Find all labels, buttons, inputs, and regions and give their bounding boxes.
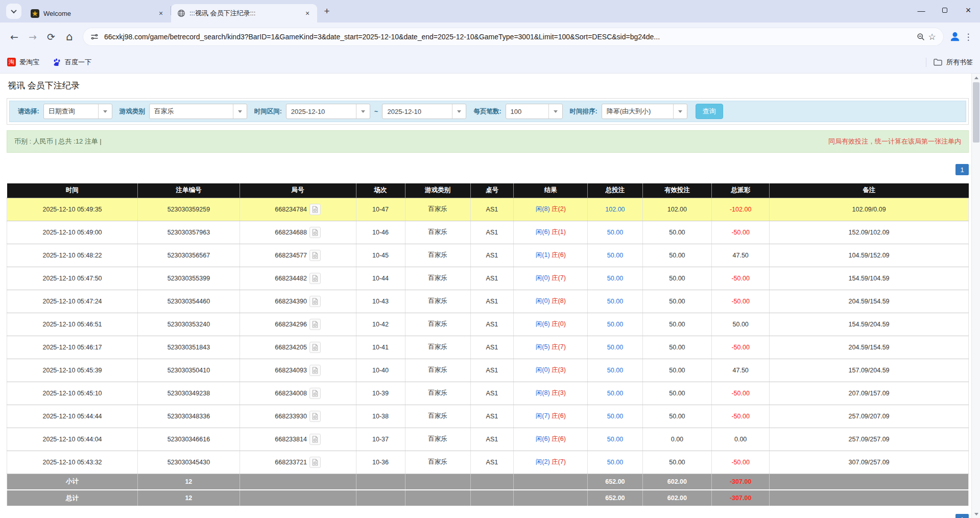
- cell-round_id: 668233814: [240, 428, 356, 451]
- table-row: 2025-12-10 05:46:17523030351843668234205…: [7, 336, 969, 359]
- currency-summary: 币别 : 人民币 | 总共 :12 注单 |: [14, 137, 102, 146]
- cell-valid_bet: 0.00: [642, 428, 712, 451]
- close-window-button[interactable]: ×: [957, 0, 980, 20]
- replay-icon[interactable]: [309, 227, 321, 238]
- page-title: 视讯 会员下注纪录: [8, 80, 969, 91]
- replay-icon[interactable]: [309, 365, 321, 376]
- replay-icon[interactable]: [309, 457, 321, 468]
- bookmark-star-icon[interactable]: ☆: [926, 31, 938, 42]
- replay-icon[interactable]: [309, 296, 321, 307]
- home-button[interactable]: ⌂: [60, 28, 79, 46]
- replay-icon[interactable]: [309, 342, 321, 353]
- bet-table: 时间注单编号局号场次游戏类别桌号结果总投注有效投注总派彩备注 2025-12-1…: [7, 183, 969, 507]
- footer-cell-valid_bet: 602.00: [642, 490, 712, 506]
- back-button[interactable]: ←: [5, 28, 23, 46]
- result-player: 闲(8): [536, 205, 550, 213]
- url-text[interactable]: 66cxkj98.com/game/betrecord_search/kind3…: [104, 33, 911, 41]
- close-icon[interactable]: ×: [156, 9, 165, 18]
- folder-icon: [934, 58, 942, 66]
- site-info-icon[interactable]: [89, 31, 100, 42]
- cell-game: 百家乐: [405, 267, 470, 290]
- query-type-dropdown[interactable]: 日期查询: [43, 104, 112, 119]
- footer-cell-session: [356, 474, 405, 490]
- cell-time: 2025-12-10 05:49:00: [7, 221, 138, 244]
- replay-icon[interactable]: [309, 204, 321, 215]
- col-header-total_bet: 总投注: [588, 183, 642, 198]
- cell-remark: 157.09/204.59: [770, 359, 969, 382]
- bookmark-baidu[interactable]: 百度一下: [53, 58, 91, 67]
- cell-round_id: 668233721: [240, 451, 356, 474]
- forward-button[interactable]: →: [23, 28, 42, 46]
- scroll-up-icon[interactable]: [972, 74, 980, 82]
- page-scrollbar[interactable]: [971, 74, 980, 518]
- profile-avatar[interactable]: [948, 30, 962, 44]
- cell-result: 闲(5) 庄(7): [514, 336, 588, 359]
- game-type-dropdown[interactable]: 百家乐: [149, 104, 247, 119]
- result-player: 闲(8): [536, 389, 550, 396]
- new-tab-button[interactable]: +: [319, 4, 334, 19]
- cell-result: 闲(0) 庄(3): [514, 359, 588, 382]
- menu-kebab-icon[interactable]: ⋮: [962, 29, 975, 44]
- round-id: 668233814: [275, 436, 307, 443]
- page-size-dropdown[interactable]: 100: [506, 104, 563, 119]
- cell-payout: -50.00: [712, 267, 770, 290]
- replay-icon[interactable]: [309, 273, 321, 284]
- table-row: 2025-12-10 05:44:44523030348336668233930…: [7, 405, 969, 428]
- dropdown-arrow-icon[interactable]: [356, 104, 370, 119]
- cell-result: 闲(1) 庄(6): [514, 244, 588, 267]
- cell-valid_bet: 50.00: [642, 313, 712, 336]
- dropdown-arrow-icon[interactable]: [548, 104, 562, 119]
- dropdown-arrow-icon[interactable]: [452, 104, 466, 119]
- query-button[interactable]: 查询: [696, 104, 723, 119]
- cell-payout: -50.00: [712, 290, 770, 313]
- tab-search-button[interactable]: [6, 4, 21, 19]
- close-icon[interactable]: ×: [303, 9, 312, 18]
- cell-time: 2025-12-10 05:44:04: [7, 428, 138, 451]
- cell-table_no: AS1: [470, 267, 514, 290]
- dropdown-arrow-icon[interactable]: [673, 104, 687, 119]
- cell-total_bet: 50.00: [588, 359, 642, 382]
- result-banker: 庄(1): [552, 228, 566, 236]
- col-header-payout: 总派彩: [712, 183, 770, 198]
- dropdown-arrow-icon[interactable]: [233, 104, 247, 119]
- cell-session: 10-44: [356, 267, 405, 290]
- round-id: 668234093: [275, 367, 307, 374]
- minimize-button[interactable]: —: [910, 0, 933, 20]
- replay-icon[interactable]: [309, 388, 321, 399]
- tab-bet-records[interactable]: :::视讯 会员下注纪录::: ×: [171, 4, 317, 22]
- col-header-result: 结果: [514, 183, 588, 198]
- zoom-icon[interactable]: [915, 31, 926, 42]
- cell-time: 2025-12-10 05:45:10: [7, 382, 138, 405]
- result-banker: 庄(6): [552, 435, 566, 442]
- footer-cell-payout: -307.00: [712, 490, 770, 506]
- date-start-dropdown[interactable]: 2025-12-10: [286, 104, 370, 119]
- cell-valid_bet: 50.00: [642, 405, 712, 428]
- tab-welcome[interactable]: Welcome ×: [25, 4, 171, 22]
- refresh-button[interactable]: ⟳: [42, 28, 60, 46]
- cell-result: 闲(7) 庄(6): [514, 405, 588, 428]
- replay-icon[interactable]: [309, 250, 321, 261]
- cell-result: 闲(0) 庄(8): [514, 290, 588, 313]
- maximize-button[interactable]: [933, 0, 957, 20]
- valid-bet-notice: 同局有效投注，统一计算在该局第一张注单内: [828, 137, 961, 146]
- cell-total_bet: 50.00: [588, 221, 642, 244]
- dropdown-arrow-icon[interactable]: [98, 104, 112, 119]
- page-number-button[interactable]: 1: [955, 164, 969, 175]
- cell-remark: 257.09/207.09: [770, 405, 969, 428]
- replay-icon[interactable]: [309, 411, 321, 422]
- site-favicon: [31, 9, 39, 18]
- replay-icon[interactable]: [309, 319, 321, 330]
- address-bar[interactable]: 66cxkj98.com/game/betrecord_search/kind3…: [83, 28, 944, 46]
- bookmark-taobao[interactable]: 淘 爱淘宝: [7, 58, 39, 67]
- result-player: 闲(0): [536, 274, 550, 281]
- sort-dropdown[interactable]: 降幂(由大到小): [602, 104, 687, 119]
- sort-label: 时间排序:: [570, 107, 597, 116]
- all-bookmarks-button[interactable]: 所有书签: [926, 58, 973, 67]
- date-end-dropdown[interactable]: 2025-12-10: [382, 104, 466, 119]
- col-header-valid_bet: 有效投注: [642, 183, 712, 198]
- date-start-value: 2025-12-10: [286, 104, 356, 119]
- page-number-button[interactable]: 1: [955, 514, 969, 518]
- replay-icon[interactable]: [309, 434, 321, 445]
- scrollbar-thumb[interactable]: [973, 82, 979, 143]
- cell-result: 闲(8) 庄(3): [514, 382, 588, 405]
